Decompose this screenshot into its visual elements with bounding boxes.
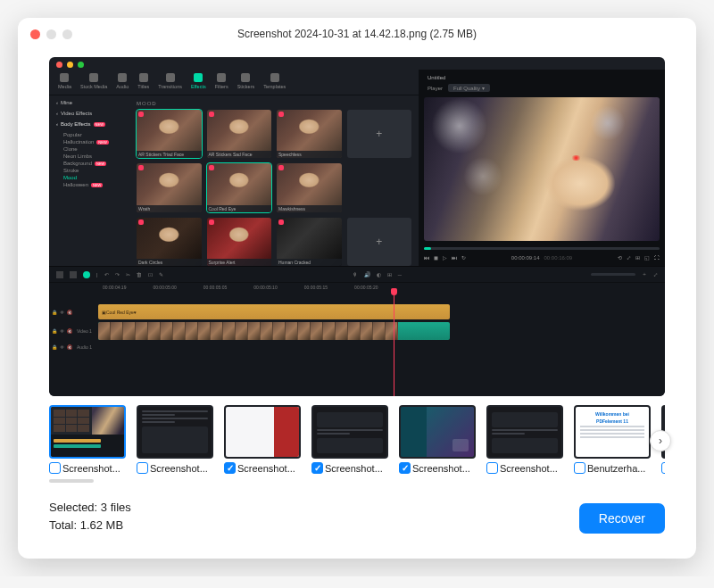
preview-monitor [424, 97, 660, 241]
video-clip [98, 322, 450, 340]
file-checkbox[interactable] [399, 462, 411, 474]
effect-thumb: + [347, 218, 412, 266]
toolbar-effects: Effects [191, 73, 206, 89]
effects-section-label: MOOD [137, 101, 411, 106]
file-checkbox[interactable] [486, 462, 498, 474]
effect-thumb: Mawkishness [277, 163, 342, 211]
recovery-window: Screenshot 2024-10-31 at 14.42.18.png (2… [18, 18, 696, 559]
video-editor-screenshot: MediaStock MediaAudioTitlesTransitionsEf… [49, 57, 665, 396]
effect-thumb: Wrath [137, 163, 202, 211]
recover-button[interactable]: Recover [579, 503, 665, 534]
file-name: Screenshot... [500, 463, 558, 474]
toolbar-filters: Filters [215, 73, 228, 89]
effects-grid: AR Stickers Triad FaceAR Stickers Sad Fa… [137, 110, 411, 266]
file-checkbox[interactable] [311, 462, 323, 474]
toolbar-audio: Audio [116, 73, 129, 89]
selection-stats: Selected: 3 files Total: 1.62 MB [49, 499, 131, 534]
toolbar-media: Media [58, 73, 71, 89]
thumbnail-strip: Screenshot...Screenshot...Screenshot...S… [49, 405, 665, 474]
stop-icon: ◼ [434, 254, 438, 261]
scroll-next-button[interactable]: › [650, 430, 671, 451]
effect-clip: ▣ Cool Red Eye ♥ [98, 304, 450, 319]
file-thumbnail[interactable]: Screenshot... [137, 405, 213, 474]
file-name: Screenshot... [237, 463, 295, 474]
file-name: Screenshot... [412, 463, 470, 474]
file-preview: MediaStock MediaAudioTitlesTransitionsEf… [49, 57, 665, 396]
preview-scrubber [424, 247, 660, 250]
record-icon [83, 271, 90, 278]
selected-count: Selected: 3 files [49, 499, 131, 517]
file-checkbox[interactable] [574, 462, 585, 474]
file-thumbnail[interactable]: Screenshot... [224, 405, 301, 474]
project-title: Untitled [424, 73, 660, 82]
file-name: Benutzerha... [587, 463, 645, 474]
file-thumbnail[interactable]: Screenshot... [49, 405, 126, 474]
prev-icon: ⏮ [424, 255, 429, 261]
file-checkbox[interactable] [137, 462, 148, 474]
file-checkbox[interactable] [661, 462, 665, 474]
effect-thumb: AR Stickers Triad Face [137, 110, 202, 158]
editor-toolbar: MediaStock MediaAudioTitlesTransitionsEf… [49, 70, 419, 95]
file-thumbnail[interactable]: Screenshot... [486, 405, 563, 474]
file-name: Screenshot... [150, 463, 208, 474]
file-thumbnail[interactable]: Screenshot... [311, 405, 388, 474]
effect-thumb: Surprise Alert [207, 218, 272, 266]
time-current: 00:00:09:14 [511, 255, 540, 261]
effect-thumb: Dark Circles [137, 218, 202, 266]
toolbar-transitions: Transitions [158, 73, 182, 89]
time-total: 00:00:16:09 [544, 255, 573, 261]
effects-sidebar: ‹ Mine ‹ Video Effects ‹ Body Effects NE… [49, 95, 129, 266]
effect-thumb: AR Stickers Sad Face [207, 110, 272, 158]
effect-thumb: Speechless [277, 110, 342, 158]
effect-thumb: + [347, 110, 412, 158]
file-thumbnail[interactable]: Screenshot... [399, 405, 476, 474]
effect-thumb: Human Cracked [277, 218, 342, 266]
next-icon: ⏭ [452, 255, 457, 261]
playhead [394, 290, 394, 396]
titlebar: Screenshot 2024-10-31 at 14.42.18.png (2… [18, 18, 696, 50]
window-title: Screenshot 2024-10-31 at 14.42.18.png (2… [18, 28, 696, 40]
toolbar-stock-media: Stock Media [80, 73, 107, 89]
file-thumbnail[interactable]: Willkommen beiPDFelement 11Benutzerha... [574, 405, 651, 474]
file-checkbox[interactable] [49, 462, 61, 474]
effect-thumb: Cool Red Eye [207, 163, 272, 211]
toolbar-templates: Templates [263, 73, 286, 89]
timeline: | ↶↷✂🗑⊡✎ 🎙🔊◐⊞ ─＋⤢ 00:00:04:1900:00:05:00… [49, 266, 665, 396]
file-checkbox[interactable] [224, 462, 236, 474]
file-name: Screenshot... [325, 463, 383, 474]
total-size: Total: 1.62 MB [49, 517, 131, 534]
toolbar-titles: Titles [137, 73, 149, 89]
play-icon: ▷ [443, 254, 447, 261]
loop-icon: ↻ [461, 254, 466, 261]
toolbar-stickers: Stickers [237, 73, 255, 89]
file-name: Screenshot... [62, 463, 120, 474]
